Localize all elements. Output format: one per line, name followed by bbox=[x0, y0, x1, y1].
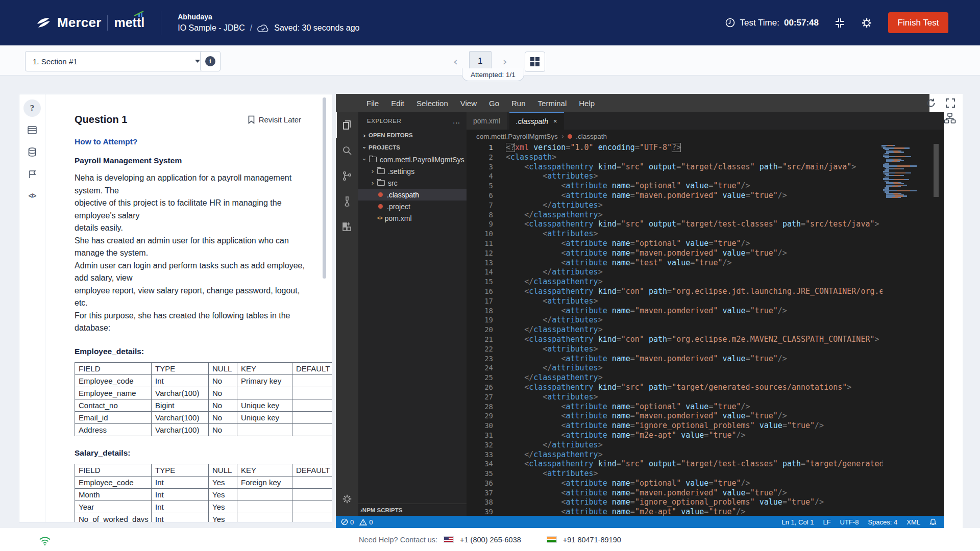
how-to-attempt-link[interactable]: How to Attempt? bbox=[75, 137, 313, 146]
code-line[interactable]: 6 <attribute name="maven.pomderived" val… bbox=[467, 191, 883, 201]
breadcrumb-item[interactable]: com.mettl.PayrollMgmtSys bbox=[476, 133, 558, 140]
tree-item-project[interactable]: .project bbox=[358, 201, 467, 212]
manage-gear-icon[interactable] bbox=[336, 486, 358, 512]
status-item[interactable]: Spaces: 4 bbox=[868, 518, 897, 526]
code-line[interactable]: 31 <attribute name="m2e-apt" value="true… bbox=[467, 431, 883, 440]
status-item[interactable]: UTF-8 bbox=[840, 518, 859, 526]
code-line[interactable]: 37 <attribute name="maven.pomderived" va… bbox=[467, 488, 883, 498]
code-line[interactable]: 38 <attribute name="ignore_optional_prob… bbox=[467, 497, 883, 507]
tree-item-src[interactable]: ›src bbox=[358, 177, 467, 189]
code-line[interactable]: 16 <classpathentry kind="con" path="org.… bbox=[467, 287, 883, 296]
code-line[interactable]: 28 <attribute name="optional" value="tru… bbox=[467, 402, 883, 412]
activity-testing-icon[interactable] bbox=[336, 189, 358, 214]
prev-question-button[interactable]: ‹ bbox=[453, 56, 458, 67]
status-item[interactable]: Ln 1, Col 1 bbox=[782, 518, 814, 526]
code-line[interactable]: 5 <attribute name="optional" value="true… bbox=[467, 181, 883, 191]
activity-search-icon[interactable] bbox=[336, 138, 358, 163]
code-line[interactable]: 22 <attributes> bbox=[467, 344, 883, 354]
editor-tab-pom.xml[interactable]: pom.xml bbox=[467, 112, 507, 130]
gear-icon[interactable] bbox=[861, 17, 873, 29]
code-line[interactable]: 33 </classpathentry> bbox=[467, 450, 883, 460]
notifications-bell-icon[interactable] bbox=[929, 518, 937, 526]
editor-scrollbar[interactable] bbox=[934, 144, 939, 197]
sections-icon[interactable] bbox=[23, 121, 41, 139]
code-line[interactable]: 19 </attributes> bbox=[467, 315, 883, 325]
menu-item-edit[interactable]: Edit bbox=[385, 99, 410, 108]
tree-item-com.mettl.PayrollMgmtSys[interactable]: ›com.mettl.PayrollMgmtSys bbox=[358, 154, 467, 165]
code-line[interactable]: 14 </attributes> bbox=[467, 267, 883, 277]
code-editor[interactable]: 1<?xml version="1.0" encoding="UTF-8"?>2… bbox=[467, 143, 883, 516]
menu-item-file[interactable]: File bbox=[360, 99, 385, 108]
tree-item-settings[interactable]: ›.settings bbox=[358, 165, 467, 177]
code-line[interactable]: 2<classpath> bbox=[467, 153, 883, 162]
breadcrumb-item[interactable]: .classpath bbox=[576, 133, 607, 140]
code-line[interactable]: 1<?xml version="1.0" encoding="UTF-8"?> bbox=[467, 143, 883, 153]
code-line[interactable]: 13 <attribute name="test" value="true"/> bbox=[467, 258, 883, 268]
code-line[interactable]: 34 <classpathentry kind="src" output="ta… bbox=[467, 459, 883, 469]
code-line[interactable]: 36 <attribute name="optional" value="tru… bbox=[467, 479, 883, 488]
open-editors-section[interactable]: ›OPEN EDITORS bbox=[358, 129, 467, 141]
code-line[interactable]: 26 <classpathentry kind="src" path="targ… bbox=[467, 383, 883, 392]
flag-icon[interactable] bbox=[23, 165, 41, 183]
tree-item-pom.xml[interactable]: <>pom.xml bbox=[358, 212, 467, 224]
menu-item-selection[interactable]: Selection bbox=[410, 99, 454, 108]
code-line[interactable]: 39 <attribute name="m2e-apt" value="true… bbox=[467, 507, 883, 516]
tree-item-classpath[interactable]: .classpath bbox=[358, 189, 467, 201]
status-item[interactable]: XML bbox=[906, 518, 920, 526]
reset-code-icon[interactable] bbox=[926, 98, 936, 108]
activity-extensions-icon[interactable] bbox=[336, 214, 358, 240]
menu-item-run[interactable]: Run bbox=[505, 99, 532, 108]
npm-scripts-section[interactable]: ›NPM SCRIPTS bbox=[358, 504, 467, 516]
warnings-icon[interactable]: 0 bbox=[359, 518, 373, 526]
code-line[interactable]: 11 <attribute name="optional" value="tru… bbox=[467, 239, 883, 248]
activity-files-icon[interactable] bbox=[336, 112, 358, 138]
section-info-button[interactable]: i bbox=[200, 51, 220, 71]
revisit-later-button[interactable]: Revisit Later bbox=[248, 115, 301, 124]
code-line[interactable]: 4 <attributes> bbox=[467, 171, 883, 181]
next-question-button[interactable]: › bbox=[503, 56, 507, 67]
code-line[interactable]: 15 </classpathentry> bbox=[467, 277, 883, 287]
code-line[interactable]: 18 <attribute name="maven.pomderived" va… bbox=[467, 306, 883, 316]
section-selector[interactable]: 1. Section #1 bbox=[25, 51, 208, 71]
code-line[interactable]: 7 </attributes> bbox=[467, 201, 883, 210]
database-icon[interactable] bbox=[23, 143, 41, 161]
menu-item-go[interactable]: Go bbox=[483, 99, 505, 108]
status-item[interactable]: LF bbox=[823, 518, 830, 526]
code-line[interactable]: 10 <attributes> bbox=[467, 229, 883, 239]
code-line[interactable]: 30 <attribute name="ignore_optional_prob… bbox=[467, 421, 883, 431]
menu-item-view[interactable]: View bbox=[454, 99, 483, 108]
menu-item-help[interactable]: Help bbox=[573, 99, 601, 108]
code-line[interactable]: 9 <classpathentry kind="src" output="tar… bbox=[467, 219, 883, 229]
code-line[interactable]: 24 </attributes> bbox=[467, 363, 883, 373]
code-line[interactable]: 17 <attributes> bbox=[467, 296, 883, 306]
code-line[interactable]: 21 <classpathentry kind="con" path="org.… bbox=[467, 335, 883, 344]
india-phone[interactable]: +91 80471-89190 bbox=[563, 536, 621, 544]
question-palette-button[interactable] bbox=[525, 52, 545, 72]
close-icon[interactable]: × bbox=[553, 117, 557, 125]
hierarchy-icon[interactable] bbox=[944, 112, 963, 124]
code-line[interactable]: 25 </classpathentry> bbox=[467, 373, 883, 383]
code-line[interactable]: 23 <attribute name="maven.pomderived" va… bbox=[467, 354, 883, 364]
activity-source-control-icon[interactable] bbox=[336, 163, 358, 189]
fullscreen-icon[interactable] bbox=[945, 98, 955, 108]
code-line[interactable]: 12 <attribute name="maven.pomderived" va… bbox=[467, 248, 883, 258]
projects-section[interactable]: ›PROJECTS bbox=[358, 141, 467, 154]
question-scrollbar[interactable] bbox=[323, 97, 326, 279]
code-icon[interactable]: </> bbox=[23, 187, 41, 205]
code-line[interactable]: 3 <classpathentry kind="src" output="tar… bbox=[467, 162, 883, 172]
code-line[interactable]: 20 </classpathentry> bbox=[467, 325, 883, 335]
editor-tab-classpath[interactable]: .classpath× bbox=[509, 112, 564, 130]
menu-item-terminal[interactable]: Terminal bbox=[532, 99, 573, 108]
explorer-more-icon[interactable]: ... bbox=[453, 117, 460, 125]
code-line[interactable]: 35 <attributes> bbox=[467, 469, 883, 479]
us-phone[interactable]: +1 (800) 265-6038 bbox=[460, 536, 521, 544]
code-line[interactable]: 32 </attributes> bbox=[467, 440, 883, 450]
question-tab-icon[interactable]: ? bbox=[23, 99, 41, 117]
collapse-icon[interactable] bbox=[834, 17, 845, 29]
minimap[interactable] bbox=[881, 145, 930, 198]
code-line[interactable]: 8 </classpathentry> bbox=[467, 210, 883, 220]
code-line[interactable]: 27 <attributes> bbox=[467, 392, 883, 402]
code-line[interactable]: 29 <attribute name="maven.pomderived" va… bbox=[467, 411, 883, 421]
errors-icon[interactable]: 0 bbox=[341, 518, 354, 526]
finish-test-button[interactable]: Finish Test bbox=[888, 12, 948, 33]
